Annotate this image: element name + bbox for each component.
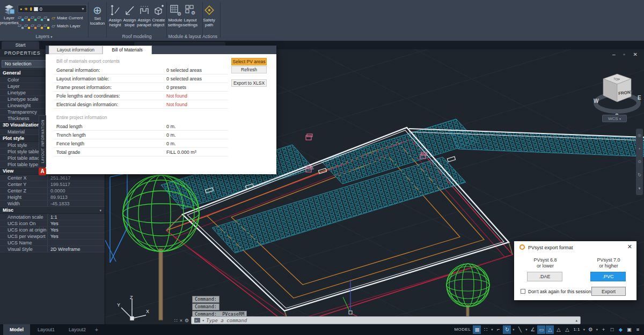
status-toggle-icon[interactable]: ◆ bbox=[617, 325, 625, 334]
status-bar: ModelLayout1Layout2 + MODEL▦∷▾⌐↻▾╲▾∠▭△△△… bbox=[0, 324, 644, 335]
refresh-button[interactable]: Refresh bbox=[231, 66, 267, 73]
actions-panel-label: Actions bbox=[200, 34, 220, 40]
make-current-button[interactable]: ▱ Make Current bbox=[52, 15, 83, 20]
set-location-button[interactable]: ⊕ Set location bbox=[90, 4, 105, 26]
property-row[interactable]: Center X251.3617 bbox=[0, 175, 105, 181]
status-toggle-icon[interactable]: □ bbox=[608, 325, 616, 334]
status-toggle-icon[interactable]: ⚙ bbox=[587, 325, 595, 334]
layout-tab[interactable]: Layout1 bbox=[31, 324, 61, 335]
layers-panel-label[interactable]: Layers ▾ bbox=[0, 34, 88, 40]
viewport-window-controls[interactable]: – ▫ ✕ bbox=[612, 51, 641, 57]
layers-icon bbox=[3, 3, 16, 16]
status-toggle-icon[interactable]: ▾ bbox=[511, 325, 515, 334]
tab-start[interactable]: Start bbox=[2, 41, 39, 49]
property-row[interactable]: UCS Name bbox=[0, 240, 105, 246]
wcs-dropdown[interactable]: WCS ▾ bbox=[602, 115, 627, 122]
status-toggle-icon[interactable]: ▾ bbox=[582, 325, 586, 334]
layer-thaw-icon: ☀ bbox=[24, 6, 28, 12]
assign-height-button[interactable]: Assign height bbox=[108, 4, 122, 27]
export-to-xlsx-button[interactable]: Export to XLSX bbox=[231, 79, 267, 87]
status-toggle-icon[interactable]: + bbox=[599, 325, 608, 334]
status-toggle-icon[interactable]: ∠ bbox=[529, 325, 537, 334]
bom-row: Road length0 m. bbox=[54, 122, 228, 131]
select-pv-areas-button[interactable]: Select PV areas bbox=[231, 58, 267, 65]
property-row[interactable]: Center Z0.0000 bbox=[0, 188, 105, 194]
status-toggle-icon[interactable]: ╲ bbox=[516, 325, 524, 334]
command-expand-icon[interactable]: ▴ bbox=[575, 318, 577, 323]
compass-west[interactable]: W bbox=[594, 98, 599, 104]
new-layout-button[interactable]: + bbox=[92, 327, 101, 333]
layout-settings-button[interactable]: ⚙ Layout settings bbox=[183, 4, 197, 27]
section-misc[interactable]: Misc ▾ bbox=[0, 207, 105, 214]
create-object-button[interactable]: Create object bbox=[151, 4, 166, 27]
layer-dropdown[interactable]: ● ☀ ▮ 0 ▼ bbox=[18, 5, 87, 13]
property-row[interactable]: Height89.9113 bbox=[0, 194, 105, 200]
status-toggle-icon[interactable]: ▭ bbox=[537, 325, 545, 334]
chevron-down-icon[interactable]: ▾ bbox=[99, 207, 101, 213]
status-toggle-icon[interactable]: ⌐ bbox=[494, 325, 502, 334]
property-row[interactable]: Visual Style2D Wireframe bbox=[0, 246, 105, 252]
export-button[interactable]: Export bbox=[591, 287, 626, 296]
assign-slope-button[interactable]: Assign slope bbox=[122, 4, 137, 27]
grip-dots-icon[interactable]: ∷ bbox=[174, 318, 178, 323]
status-toggle-icon[interactable]: ▾ bbox=[490, 325, 494, 334]
status-toggle-icon[interactable]: △ bbox=[554, 325, 562, 334]
layer-tools-grid[interactable]: ▱▱▱▱▱ ▱▱▱▱▱ bbox=[18, 14, 50, 31]
status-toggle-icon[interactable]: ≡ bbox=[634, 325, 642, 334]
viewcube[interactable]: W S E TOP FRONT bbox=[592, 69, 642, 122]
orbit-icon[interactable]: ↻ bbox=[638, 173, 641, 177]
tab-bill-of-materials[interactable]: Bill of Materials bbox=[103, 46, 152, 54]
customize-wrench-icon[interactable]: ⚙ bbox=[185, 318, 189, 323]
panel-separator bbox=[166, 2, 167, 38]
dont-ask-checkbox[interactable] bbox=[521, 289, 525, 294]
command-prompt-icon[interactable]: >_ bbox=[194, 318, 200, 323]
status-toggle-icon[interactable]: △ bbox=[546, 325, 554, 334]
safety-path-button[interactable]: Safety path bbox=[202, 4, 216, 27]
autocad-badge-icon[interactable]: A bbox=[39, 168, 46, 175]
status-toggle-icon[interactable]: ▣ bbox=[625, 325, 633, 334]
property-row[interactable]: UCS icon at originYes bbox=[0, 227, 105, 233]
status-toggle-icon[interactable]: △ bbox=[563, 325, 571, 334]
recent-commands-caret-icon[interactable]: ▾ bbox=[202, 318, 204, 322]
navigation-bar[interactable]: ◎ + ⊙ ↻ ▾ bbox=[636, 129, 643, 195]
status-toggle-icon[interactable]: ∷ bbox=[481, 325, 489, 334]
pvsyst-dialog-title: PVsyst export format bbox=[528, 245, 573, 250]
status-toggle-icon[interactable]: ▾ bbox=[595, 325, 599, 334]
property-row[interactable]: Center Y199.5117 bbox=[0, 181, 105, 188]
bom-row: General information:0 selected areas bbox=[54, 66, 228, 75]
assign-parapet-button[interactable]: Assign parapet bbox=[137, 4, 151, 27]
layout-tab[interactable]: Layout2 bbox=[62, 324, 92, 335]
match-layer-button[interactable]: ▱ Match Layer bbox=[52, 23, 80, 28]
close-icon[interactable]: × bbox=[180, 318, 182, 323]
compass-east[interactable]: E bbox=[638, 95, 641, 101]
status-toggle-icon[interactable]: ▦ bbox=[473, 325, 481, 334]
status-toggle-icon[interactable]: 1:1 bbox=[572, 325, 582, 334]
status-toggle-icon[interactable]: ▾ bbox=[524, 325, 528, 334]
property-row[interactable]: UCS per viewportYes bbox=[0, 233, 105, 240]
status-toggle-icon[interactable]: ↻ bbox=[503, 325, 511, 334]
dont-ask-label[interactable]: Don't ask again for this session bbox=[528, 289, 591, 294]
pan-icon[interactable]: + bbox=[638, 146, 641, 151]
navbar-more-icon[interactable]: ▾ bbox=[638, 186, 640, 191]
command-line-grip[interactable]: ∷ × ⚙ bbox=[173, 316, 191, 324]
pvc-export-button[interactable]: .PVC bbox=[590, 272, 626, 281]
property-row[interactable]: Width-45.1833 bbox=[0, 200, 105, 207]
layer-properties-button[interactable]: Layer properties bbox=[1, 3, 17, 25]
status-toggle-icon[interactable]: MODEL bbox=[452, 325, 472, 334]
property-row[interactable]: UCS icon OnYes bbox=[0, 220, 105, 227]
property-row[interactable]: Annotation scale1:1 bbox=[0, 214, 105, 220]
ucs-y-label: Y bbox=[117, 302, 120, 308]
tab-layout-information[interactable]: Layout information bbox=[49, 46, 103, 54]
autocad-pvcase-app: Layer properties ● ☀ ▮ 0 ▼ ▱▱▱▱▱ ▱▱▱▱▱ ▱… bbox=[0, 0, 644, 335]
zoom-icon[interactable]: ⊙ bbox=[638, 159, 641, 164]
layout-information-side-tab[interactable]: LAYOUT INFORMATION bbox=[39, 115, 46, 167]
command-placeholder: Type a command bbox=[206, 318, 247, 323]
layer-properties-label: Layer properties bbox=[0, 16, 19, 25]
bom-row: Layout information table:0 selected area… bbox=[54, 75, 228, 83]
command-input[interactable]: >_ ▾ Type a command ▴ bbox=[191, 316, 581, 324]
layout-tab[interactable]: Model bbox=[3, 324, 30, 335]
full-navigation-wheel-icon[interactable]: ◎ bbox=[638, 133, 641, 138]
dae-export-button[interactable]: .DAE bbox=[527, 272, 562, 281]
close-icon[interactable]: ✕ bbox=[627, 243, 632, 250]
module-settings-button[interactable]: ⚙ Module settings bbox=[168, 4, 182, 27]
